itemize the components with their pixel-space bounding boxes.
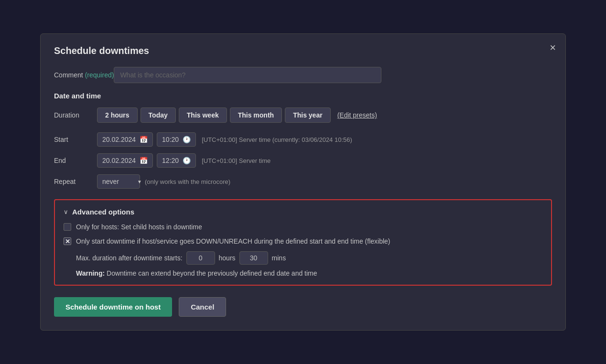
calendar-icon: 📅 <box>140 136 148 143</box>
clock-icon-end: 🕐 <box>183 157 191 164</box>
option2-checkbox[interactable]: ✕ <box>64 237 71 245</box>
clock-icon: 🕐 <box>183 136 191 143</box>
repeat-label: Repeat <box>54 178 97 185</box>
warning-row: Warning: Downtime can extend beyond the … <box>76 269 542 277</box>
option2-row: ✕ Only start downtime if host/service go… <box>64 237 542 246</box>
comment-input[interactable] <box>114 67 381 83</box>
end-date-input[interactable]: 20.02.2024 📅 <box>97 153 153 168</box>
calendar-icon-end: 📅 <box>140 157 148 164</box>
hours-label: hours <box>219 254 236 262</box>
option2-label: Only start downtime if host/service goes… <box>76 237 390 246</box>
duration-preset-1[interactable]: Today <box>141 107 176 123</box>
required-label: (required) <box>85 71 114 79</box>
duration-preset-0[interactable]: 2 hours <box>97 107 138 123</box>
advanced-options-box: ∨ Advanced options Only for hosts: Set c… <box>54 199 552 285</box>
option1-checkbox[interactable] <box>64 223 71 231</box>
warning-bold-label: Warning: <box>76 269 105 277</box>
duration-label: Duration <box>54 111 97 119</box>
chevron-icon[interactable]: ∨ <box>64 208 68 215</box>
start-label: Start <box>54 136 97 143</box>
hours-input[interactable] <box>186 251 215 265</box>
repeat-hint: (only works with the microcore) <box>145 178 230 185</box>
schedule-downtimes-dialog: Schedule downtimes × Comment(required) D… <box>40 33 566 330</box>
end-time-input[interactable]: 12:20 🕐 <box>157 153 196 168</box>
duration-preset-2[interactable]: This week <box>179 107 227 123</box>
start-time-input[interactable]: 10:20 🕐 <box>157 132 196 147</box>
duration-row: Duration 2 hours Today This week This mo… <box>54 107 552 123</box>
end-label: End <box>54 157 97 164</box>
repeat-select[interactable]: never day week month <box>97 174 140 189</box>
end-row: End 20.02.2024 📅 12:20 🕐 [UTC+01:00] Ser… <box>54 153 552 168</box>
dialog-title: Schedule downtimes <box>54 45 552 56</box>
start-row: Start 20.02.2024 📅 10:20 🕐 [UTC+01:00] S… <box>54 132 552 147</box>
advanced-options-title: Advanced options <box>72 208 134 216</box>
close-button[interactable]: × <box>550 43 556 53</box>
advanced-header: ∨ Advanced options <box>64 208 542 216</box>
edit-presets-button[interactable]: (Edit presets) <box>337 111 377 119</box>
date-time-section-title: Date and time <box>54 92 552 100</box>
start-date-value: 20.02.2024 <box>102 136 136 143</box>
checkmark-icon: ✕ <box>65 238 70 245</box>
start-timezone: [UTC+01:00] Server time (currently: 03/0… <box>202 136 352 143</box>
max-duration-label: Max. duration after downtime starts: <box>76 254 183 262</box>
option1-row: Only for hosts: Set child hosts in downt… <box>64 223 542 232</box>
end-timezone: [UTC+01:00] Server time <box>202 157 271 164</box>
start-time-value: 10:20 <box>162 136 179 143</box>
repeat-row: Repeat never day week month ▼ (only work… <box>54 174 552 189</box>
repeat-select-wrapper: never day week month ▼ <box>97 174 145 189</box>
start-date-input[interactable]: 20.02.2024 📅 <box>97 132 153 147</box>
duration-preset-4[interactable]: This year <box>285 107 330 123</box>
schedule-downtime-button[interactable]: Schedule downtime on host <box>54 297 172 317</box>
warning-text: Downtime can extend beyond the previousl… <box>105 269 317 277</box>
footer-row: Schedule downtime on host Cancel <box>54 297 552 317</box>
end-date-value: 20.02.2024 <box>102 157 136 164</box>
cancel-button[interactable]: Cancel <box>179 297 226 317</box>
end-time-value: 12:20 <box>162 157 179 164</box>
comment-row: Comment(required) <box>54 67 552 83</box>
comment-label: Comment(required) <box>54 71 114 79</box>
max-duration-row: Max. duration after downtime starts: hou… <box>76 251 542 265</box>
mins-label: mins <box>272 254 286 262</box>
option1-label: Only for hosts: Set child hosts in downt… <box>76 223 202 232</box>
mins-input[interactable] <box>239 251 268 265</box>
duration-preset-3[interactable]: This month <box>230 107 282 123</box>
